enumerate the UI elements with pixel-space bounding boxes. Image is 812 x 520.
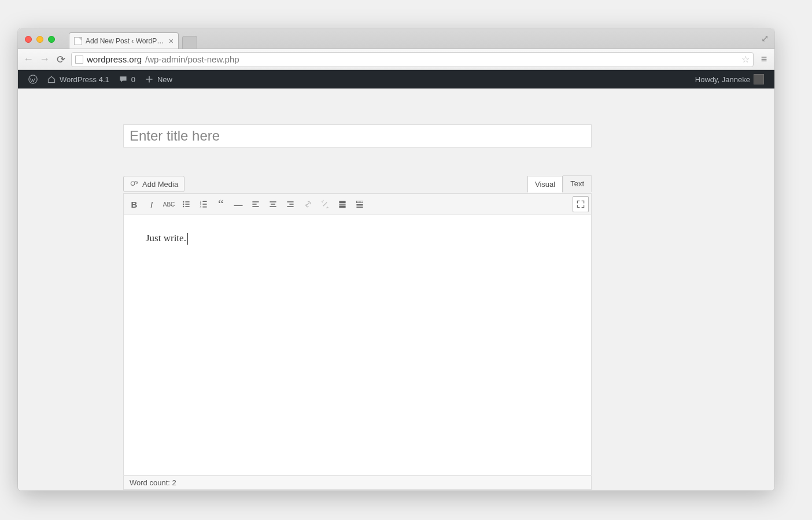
svg-rect-20 [287, 201, 293, 202]
unlink-icon [320, 200, 330, 209]
svg-rect-16 [252, 206, 259, 207]
horizontal-rule-button[interactable]: — [230, 196, 246, 212]
url-path: /wp-admin/post-new.php [145, 54, 239, 64]
svg-rect-24 [339, 204, 345, 205]
svg-rect-7 [185, 206, 189, 207]
text-cursor [187, 233, 188, 245]
comments-count: 0 [131, 75, 135, 84]
wp-admin-bar: WordPress 4.1 0 New Howdy, Janneke [18, 70, 774, 88]
align-center-button[interactable] [265, 196, 281, 212]
address-bar[interactable]: wordpress.org/wp-admin/post-new.php ☆ [71, 52, 754, 67]
editor-toolbar: B I ABC 123 “ — [123, 193, 592, 215]
comment-icon [119, 75, 128, 84]
blockquote-button[interactable]: “ [213, 196, 229, 212]
editor-screen: Add Media Visual Text B I ABC 123 “ — [18, 88, 774, 491]
content-editor[interactable]: Just write. [123, 215, 592, 475]
url-host: wordpress.org [87, 54, 142, 64]
editor-statusbar: Word count: 2 [123, 475, 592, 490]
svg-rect-21 [289, 204, 293, 205]
svg-rect-9 [202, 201, 206, 202]
wordcount-label: Word count: [130, 478, 170, 487]
svg-rect-17 [270, 201, 276, 202]
howdy-text: Howdy, Janneke [695, 75, 750, 84]
new-content-menu[interactable]: New [140, 70, 177, 88]
numbered-list-icon: 123 [199, 200, 208, 209]
editor-content-text: Just write. [146, 233, 186, 244]
svg-rect-15 [252, 204, 256, 205]
bold-button[interactable]: B [126, 196, 142, 212]
read-more-button[interactable] [334, 196, 350, 212]
svg-rect-14 [252, 201, 259, 202]
tab-text[interactable]: Text [563, 175, 592, 192]
kitchen-sink-icon [355, 200, 364, 209]
window-minimize-button[interactable] [36, 36, 43, 43]
svg-rect-5 [185, 204, 189, 205]
tab-title: Add New Post ‹ WordPress [86, 37, 165, 45]
strikethrough-button[interactable]: ABC [161, 196, 177, 212]
fullscreen-button[interactable] [573, 196, 589, 212]
svg-rect-30 [356, 204, 363, 205]
align-center-icon [268, 200, 278, 209]
svg-rect-23 [339, 201, 345, 203]
bullet-list-icon [182, 200, 191, 209]
tab-close-icon[interactable]: × [169, 37, 174, 45]
italic-button[interactable]: I [143, 196, 160, 212]
comments-menu[interactable]: 0 [114, 70, 140, 88]
link-button[interactable] [300, 196, 316, 212]
svg-rect-3 [185, 201, 189, 202]
svg-rect-22 [287, 206, 293, 207]
site-name-menu[interactable]: WordPress 4.1 [42, 70, 114, 88]
svg-rect-11 [202, 204, 206, 205]
bullet-list-button[interactable] [178, 196, 194, 212]
window-controls [18, 36, 55, 49]
svg-rect-18 [271, 204, 275, 205]
svg-rect-27 [357, 202, 359, 202]
add-media-label: Add Media [142, 180, 178, 189]
svg-rect-19 [270, 206, 276, 207]
page-icon [75, 56, 83, 64]
svg-text:3: 3 [200, 206, 202, 209]
svg-point-6 [183, 206, 184, 207]
forward-button[interactable]: → [39, 53, 50, 65]
new-tab-button[interactable] [182, 36, 197, 49]
align-left-icon [251, 200, 260, 209]
align-left-button[interactable] [248, 196, 264, 212]
svg-point-0 [29, 75, 37, 83]
browser-tab[interactable]: Add New Post ‹ WordPress × [69, 32, 179, 49]
bookmark-star-icon[interactable]: ☆ [741, 54, 750, 65]
numbered-list-button[interactable]: 123 [195, 196, 212, 212]
wordpress-logo-icon [28, 75, 38, 84]
account-menu[interactable]: Howdy, Janneke [691, 70, 769, 88]
svg-rect-31 [356, 205, 363, 206]
unlink-button[interactable] [317, 196, 333, 212]
fullscreen-icon[interactable]: ⤢ [761, 33, 769, 44]
wp-logo-menu[interactable] [24, 70, 42, 88]
browser-toolbar: ← → ⟳ wordpress.org/wp-admin/post-new.ph… [18, 49, 774, 70]
svg-rect-29 [360, 202, 361, 202]
wordcount-value: 2 [172, 478, 176, 487]
svg-point-4 [183, 204, 184, 205]
file-icon [74, 37, 82, 45]
browser-window: Add New Post ‹ WordPress × ⤢ ← → ⟳ wordp… [18, 28, 774, 491]
expand-icon [576, 200, 585, 209]
reload-button[interactable]: ⟳ [55, 53, 67, 66]
browser-tab-strip: Add New Post ‹ WordPress × ⤢ [18, 28, 774, 49]
post-title-input[interactable] [123, 124, 592, 147]
avatar [754, 74, 764, 84]
window-close-button[interactable] [25, 36, 32, 43]
svg-point-1 [131, 182, 134, 185]
align-right-button[interactable] [282, 196, 298, 212]
plus-icon [145, 75, 154, 84]
tab-visual[interactable]: Visual [527, 176, 563, 193]
new-label: New [157, 75, 172, 84]
svg-rect-25 [339, 205, 345, 208]
read-more-icon [338, 200, 347, 209]
media-icon [130, 179, 139, 189]
window-zoom-button[interactable] [48, 36, 55, 43]
home-icon [47, 75, 56, 84]
add-media-button[interactable]: Add Media [123, 176, 184, 192]
toolbar-toggle-button[interactable] [352, 196, 368, 212]
back-button[interactable]: ← [23, 53, 34, 65]
align-right-icon [286, 200, 295, 209]
browser-menu-button[interactable]: ≡ [758, 53, 770, 65]
